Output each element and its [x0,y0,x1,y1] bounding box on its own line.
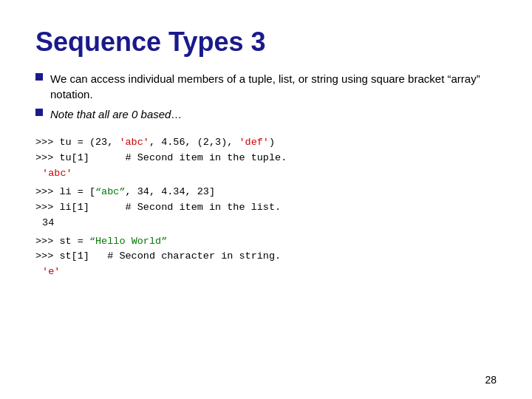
str-def: 'def' [239,137,269,148]
str-hello: “Hello World” [89,236,167,247]
page-number: 28 [485,374,497,386]
bullet-square-2 [35,109,43,116]
result-e: 'e' [35,266,60,277]
code-block-string: >>> st = “Hello World” >>> st[1] # Secon… [35,234,497,281]
bullet-text-2: Note that all are 0 based… [50,106,497,122]
prompt-1b: , 4.56, (2,3), [149,137,239,148]
code-line-tu-access: >>> tu[1] # Second item in the tuple. [35,151,497,166]
bullet-list: We can access individual members of a tu… [35,71,497,122]
slide-title: Sequence Types 3 [35,27,497,58]
prompt-2: >>> tu[1] # Second item in the tuple. [35,152,287,163]
prompt-4: >>> li[1] # Second item in the list. [35,202,281,213]
str-abc1: 'abc' [119,137,149,148]
prompt-6: >>> st[1] # Second character in string. [35,250,281,262]
bullet-item-2: Note that all are 0 based… [35,106,497,122]
result-34: 34 [35,217,54,228]
code-line-li-result: 34 [35,216,497,231]
str-abc-green: “abc” [95,186,126,197]
code-line-tu-result: 'abc' [35,166,497,182]
code-line-tu-assign: >>> tu = (23, 'abc', 4.56, (2,3), 'def') [35,135,497,151]
code-line-li-access: >>> li[1] # Second item in the list. [35,200,497,216]
code-block-list: >>> li = [“abc”, 34, 4.34, 23] >>> li[1]… [35,185,497,231]
code-line-st-result: 'e' [35,265,497,280]
prompt-1: >>> tu = (23, [35,137,119,148]
code-line-st-assign: >>> st = “Hello World” [35,234,497,250]
bullet-square-1 [35,73,43,81]
code-line-li-assign: >>> li = [“abc”, 34, 4.34, 23] [35,185,497,200]
prompt-3: >>> li = [ [35,186,95,197]
prompt-5: >>> st = [35,236,89,247]
slide: Sequence Types 3 We can access individua… [0,0,532,399]
bullet-text-1: We can access individual members of a tu… [50,71,497,102]
bullet-item-1: We can access individual members of a tu… [35,71,497,102]
prompt-3b: , 34, 4.34, 23] [126,186,216,197]
code-block-tuple: >>> tu = (23, 'abc', 4.56, (2,3), 'def')… [35,135,497,182]
prompt-1c: ) [269,137,275,148]
result-abc: 'abc' [35,168,72,179]
code-line-st-access: >>> st[1] # Second character in string. [35,249,497,265]
